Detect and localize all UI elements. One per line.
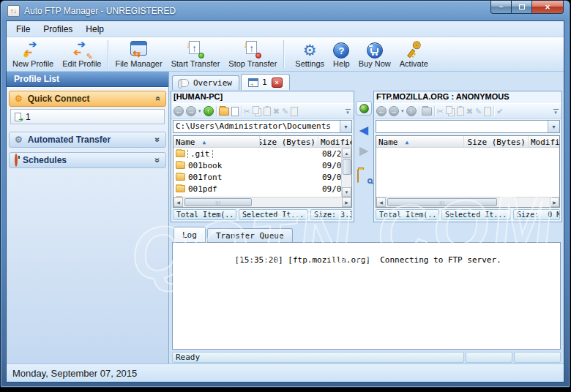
properties-icon[interactable]	[291, 107, 298, 116]
activate-key-icon	[401, 37, 426, 62]
history-dropdown-icon[interactable]: ▾	[198, 108, 201, 114]
column-header-name[interactable]: Name ▲	[173, 136, 260, 147]
paste-icon[interactable]	[264, 107, 271, 116]
remote-status-row: Total Item(.. Selected It... Size: 0 MB	[374, 208, 561, 222]
menu-help[interactable]: Help	[79, 23, 111, 36]
screen: ↑↓ Auto FTP Manager - UNREGISTERED – × F…	[0, 0, 571, 392]
section-quick-connect[interactable]: ⚙ Quick Connect »	[9, 91, 166, 107]
forward-button[interactable]: →	[186, 106, 196, 116]
tab-transfer-queue[interactable]: Transfer Queue	[207, 228, 293, 242]
scroll-left-button[interactable]: ◀	[376, 197, 386, 207]
address-dropdown-button[interactable]: ▼	[548, 121, 559, 132]
compare-folders-button[interactable]	[357, 170, 370, 181]
expand-chevron-icon[interactable]: »	[153, 158, 163, 163]
minimize-button[interactable]: –	[490, 1, 512, 14]
close-button[interactable]: ×	[531, 1, 564, 14]
properties-icon[interactable]	[484, 107, 491, 116]
column-header-size[interactable]: Size (Bytes)	[464, 136, 529, 147]
scroll-down-button[interactable]: ▼	[342, 187, 351, 197]
horizontal-scrollbar[interactable]: ◀ ||| ▶	[173, 197, 351, 207]
scrollbar-track[interactable]: |||	[386, 197, 550, 207]
file-name: 001pdf	[188, 184, 217, 194]
activate-button[interactable]: Activate	[395, 38, 433, 70]
file-row-001pdf[interactable]: 001pdf 09/07	[173, 183, 351, 195]
rename-icon[interactable]: ✎	[475, 108, 482, 116]
local-address-value[interactable]: C:\Users\Administrator\Documents	[173, 121, 340, 132]
paste-icon[interactable]	[457, 107, 464, 116]
address-dropdown-button[interactable]: ▼	[340, 121, 351, 132]
cut-icon[interactable]: ✂	[437, 108, 444, 116]
scroll-right-button[interactable]: ▶	[342, 197, 351, 207]
remote-address-combo[interactable]: ▼	[376, 120, 560, 133]
copy-icon[interactable]	[253, 106, 259, 114]
log-output[interactable]: [15:35:20] [ftp.mozilla.org] Connecting …	[172, 242, 561, 350]
scroll-up-button[interactable]: ▲	[342, 148, 351, 158]
transfer-to-remote-button[interactable]: ▶	[359, 145, 368, 157]
help-icon: ?	[333, 42, 349, 59]
file-row-git[interactable]: .git 08/25	[173, 148, 351, 159]
maximize-button[interactable]	[512, 1, 531, 14]
toolbar-label: Help	[333, 59, 350, 68]
checkmark-icon[interactable]: ✔	[496, 108, 503, 116]
new-file-button[interactable]	[231, 107, 239, 116]
buy-now-button[interactable]: Buy Now	[354, 38, 395, 70]
help-button[interactable]: ? Help	[329, 38, 354, 70]
new-folder-button[interactable]	[422, 108, 432, 116]
tab-overview[interactable]: Overview	[172, 75, 239, 90]
scroll-left-button[interactable]: ◀	[173, 197, 183, 207]
horizontal-scrollbar[interactable]: ◀ ||| ▶	[376, 197, 559, 207]
cut-icon[interactable]: ✂	[244, 108, 250, 116]
back-button[interactable]: ←	[173, 106, 184, 116]
tab-profile-1[interactable]: 1 ×	[241, 74, 290, 90]
vertical-scrollbar[interactable]: ▲ ▼	[341, 148, 351, 197]
delete-icon[interactable]: ✖	[273, 108, 280, 116]
section-schedules[interactable]: Schedules »	[9, 152, 166, 168]
stop-transfer-button[interactable]: ↓ ↑ Stop Transfer	[224, 38, 281, 70]
local-list-header: Name ▲ Size (Bytes) Modified	[173, 136, 351, 148]
scroll-right-button[interactable]: ▶	[550, 197, 559, 207]
toolbar-separator	[216, 106, 217, 116]
title-bar[interactable]: ↑↓ Auto FTP Manager - UNREGISTERED – ×	[1, 1, 570, 20]
file-manager-button[interactable]: ⇆ File Manager	[111, 38, 166, 70]
section-automated-transfer[interactable]: ⚙ Automated Transfer »	[9, 132, 166, 148]
remote-address-value[interactable]	[376, 121, 548, 132]
copy-icon[interactable]	[446, 106, 452, 114]
rename-icon[interactable]: ✎	[282, 108, 288, 116]
column-header-size[interactable]: Size (Bytes)	[260, 136, 318, 147]
folder-icon	[357, 169, 359, 183]
up-directory-button[interactable]: ↑	[204, 106, 214, 116]
file-row-001font[interactable]: 001font 09/01	[173, 171, 351, 183]
new-folder-button[interactable]	[219, 108, 229, 116]
back-button[interactable]: ←	[376, 106, 387, 116]
profile-item-1[interactable]: 1	[10, 109, 165, 124]
tab-close-button[interactable]: ×	[272, 78, 283, 88]
tab-log[interactable]: Log	[173, 227, 206, 242]
local-address-combo[interactable]: C:\Users\Administrator\Documents ▼	[173, 120, 352, 133]
column-header-modified[interactable]: Modified	[529, 136, 559, 147]
new-profile-button[interactable]: ➔ ➔ ✹ New Profile	[8, 38, 58, 70]
transfer-to-local-button[interactable]: ◀	[359, 124, 368, 136]
history-dropdown-icon[interactable]: ▾	[401, 108, 404, 114]
delete-icon[interactable]: ✖	[466, 108, 473, 116]
collapse-chevron-icon[interactable]: »	[153, 97, 163, 102]
edit-profile-button[interactable]: ➔ ➔ ✎ Edit Profile	[58, 38, 105, 70]
connect-button[interactable]	[356, 101, 372, 116]
up-directory-button[interactable]: ↑	[406, 106, 417, 116]
expand-chevron-icon[interactable]: »	[153, 137, 163, 143]
toolbar-overflow-button[interactable]: ▾	[552, 109, 559, 114]
menu-file[interactable]: File	[10, 23, 37, 36]
column-header-name[interactable]: Name ▲	[376, 136, 464, 147]
scrollbar-track[interactable]: |||	[183, 197, 342, 207]
scrollbar-thumb[interactable]: |||	[387, 198, 497, 206]
scrollbar-thumb[interactable]: |||	[184, 198, 252, 206]
file-row-001book[interactable]: 001book 09/07	[173, 159, 351, 171]
start-transfer-button[interactable]: ↓ ↑ Start Transfer	[167, 38, 225, 70]
forward-button[interactable]: →	[389, 106, 399, 116]
column-header-modified[interactable]: Modified	[318, 136, 351, 147]
scrollbar-thumb[interactable]	[343, 159, 351, 175]
new-profile-icon: ➔ ➔ ✹	[23, 40, 43, 59]
toolbar-overflow-button[interactable]: ▾	[344, 109, 351, 114]
size-field: Size: 0 MB	[513, 209, 560, 220]
menu-profiles[interactable]: Profiles	[37, 23, 79, 36]
settings-button[interactable]: ⚙ Settings	[291, 38, 329, 70]
